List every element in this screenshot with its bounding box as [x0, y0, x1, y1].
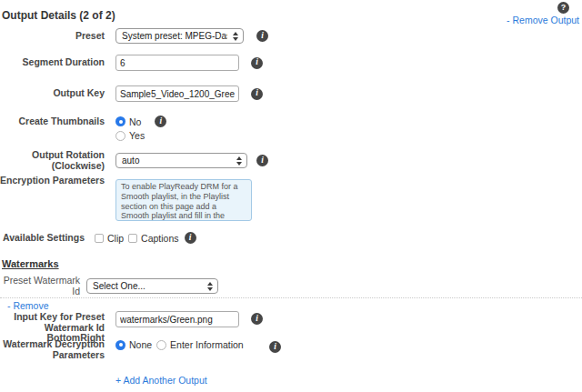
select-stepper-icon	[207, 282, 213, 291]
decryption-enter-label: Enter Information	[170, 339, 244, 350]
segment-duration-row: Segment Duration i	[0, 55, 263, 71]
output-details-panel: ? Output Details (2 of 2) - Remove Outpu…	[0, 0, 582, 392]
encryption-parameters-infobox: To enable PlayReady DRM for a Smooth pla…	[115, 179, 252, 221]
page-title: Output Details (2 of 2)	[2, 9, 115, 22]
clip-checkbox[interactable]	[95, 234, 104, 243]
info-icon[interactable]: i	[256, 155, 268, 166]
captions-checkbox[interactable]	[128, 234, 137, 243]
add-another-output-link[interactable]: + Add Another Output	[115, 375, 207, 386]
output-rotation-select[interactable]: auto	[115, 153, 247, 168]
encryption-parameters-label: Encryption Parameters	[0, 175, 105, 186]
preset-select[interactable]: System preset: MPEG-Dash Video - 1.	[115, 28, 244, 44]
watermarks-heading: Watermarks	[2, 258, 59, 269]
preset-watermark-id-select-value: Select One...	[93, 281, 202, 291]
output-key-input[interactable]	[115, 85, 239, 102]
output-key-label: Output Key	[0, 88, 105, 99]
decryption-enter-radio[interactable]	[156, 340, 166, 350]
info-icon[interactable]: i	[251, 57, 263, 69]
info-icon[interactable]: i	[269, 341, 281, 353]
create-thumbnails-row: Create Thumbnails No i Yes	[0, 116, 166, 141]
output-key-row: Output Key i	[0, 85, 263, 102]
info-icon[interactable]: i	[256, 30, 268, 42]
segment-duration-label: Segment Duration	[0, 57, 105, 68]
preset-watermark-id-label: Preset Watermark Id	[0, 276, 80, 297]
help-icon[interactable]: ?	[557, 2, 569, 14]
preset-watermark-id-select[interactable]: Select One...	[86, 278, 218, 294]
select-stepper-icon	[236, 156, 242, 166]
clip-label: Clip	[107, 233, 124, 244]
encryption-parameters-row: Encryption Parameters To enable PlayRead…	[0, 175, 252, 221]
output-rotation-label: Output Rotation (Clockwise)	[0, 150, 105, 171]
available-settings-label: Available Settings	[0, 233, 85, 244]
preset-select-value: System preset: MPEG-Dash Video - 1.	[122, 31, 227, 41]
thumbnails-no-label: No	[129, 116, 141, 127]
preset-row: Preset System preset: MPEG-Dash Video - …	[0, 28, 268, 44]
captions-label: Captions	[141, 233, 178, 244]
thumbnails-yes-label: Yes	[129, 130, 145, 141]
available-settings-row: Available Settings Clip Captions i	[0, 232, 196, 244]
create-thumbnails-label: Create Thumbnails	[0, 116, 105, 127]
remove-output-link[interactable]: - Remove Output	[507, 15, 579, 25]
watermark-input-key-input[interactable]	[115, 311, 239, 327]
remove-watermark-link[interactable]: - Remove	[7, 300, 49, 311]
decryption-none-radio[interactable]	[115, 340, 125, 350]
preset-watermark-id-row: Preset Watermark Id Select One...	[0, 276, 218, 297]
thumbnails-yes-radio[interactable]	[115, 131, 125, 141]
output-rotation-row: Output Rotation (Clockwise) auto i	[0, 150, 268, 171]
watermark-decryption-label: Watermark Decryption Parameters	[0, 338, 105, 360]
segment-duration-input[interactable]	[115, 55, 239, 71]
info-icon[interactable]: i	[185, 232, 196, 244]
preset-label: Preset	[0, 31, 105, 42]
info-icon[interactable]: i	[155, 116, 166, 127]
info-icon[interactable]: i	[251, 88, 263, 100]
section-divider	[0, 297, 582, 298]
select-stepper-icon	[233, 32, 238, 41]
output-rotation-select-value: auto	[122, 156, 231, 166]
decryption-none-label: None	[129, 339, 152, 350]
thumbnails-no-radio[interactable]	[115, 116, 125, 126]
info-icon[interactable]: i	[251, 313, 263, 325]
watermark-decryption-row: Watermark Decryption Parameters None Ent…	[0, 338, 244, 360]
